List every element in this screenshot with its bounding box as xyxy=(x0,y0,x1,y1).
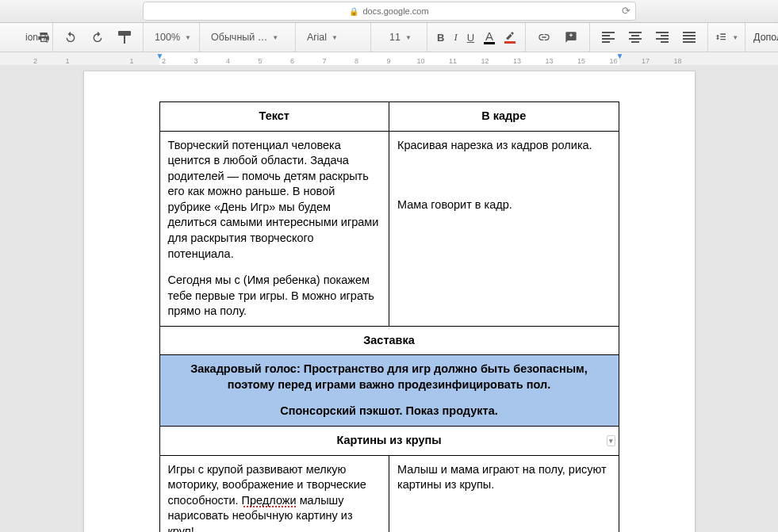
sponsor-cell[interactable]: Закадровый голос: Пространство для игр д… xyxy=(159,355,619,427)
font-size-value: 11 xyxy=(389,32,400,43)
col-header-text: Текст xyxy=(159,102,389,132)
ruler-tick: 2 xyxy=(33,57,37,65)
redo-button[interactable] xyxy=(84,26,111,48)
paragraph[interactable]: Сегодня мы с (Имя ребенка) покажем тебе … xyxy=(168,273,381,320)
highlight-color-button[interactable] xyxy=(500,26,520,48)
chevron-down-icon: ▼ xyxy=(272,34,278,41)
ruler-tick: 15 xyxy=(577,57,585,65)
table-row[interactable]: Игры с крупой развивают мелкую моторику,… xyxy=(159,455,619,532)
chevron-down-icon: ▼ xyxy=(185,34,191,41)
align-center-icon xyxy=(629,32,642,43)
ruler-tick: 2 xyxy=(162,57,166,65)
browser-address-bar-area: 🔒 docs.google.com ⟳ xyxy=(0,0,778,23)
ruler-tick: 8 xyxy=(355,57,358,65)
font-size-dropdown[interactable]: 11 ▼ xyxy=(376,26,422,48)
ruler-tick: 11 xyxy=(449,57,457,65)
ruler-tick: 5 xyxy=(258,57,262,65)
ruler-tick: 18 xyxy=(673,57,681,65)
section-header-row[interactable]: Картины из крупы ▾ xyxy=(159,427,619,456)
redo-icon xyxy=(91,31,104,44)
align-justify-button[interactable] xyxy=(676,26,703,48)
font-family-dropdown[interactable]: Arial ▼ xyxy=(301,26,366,48)
ruler-tick: 13 xyxy=(545,57,553,65)
toolbar-more-button[interactable]: Дополнительно xyxy=(745,23,778,52)
bold-button[interactable]: B xyxy=(432,26,449,48)
sponsor-voiceover[interactable]: Закадровый голос: Пространство для игр д… xyxy=(190,362,588,391)
align-justify-icon xyxy=(683,32,696,43)
align-left-icon xyxy=(602,32,615,43)
ruler-tick: 17 xyxy=(642,57,650,65)
script-table[interactable]: Текст В кадре Творческий потенциал челов… xyxy=(159,101,619,532)
line-spacing-button[interactable]: ▼ xyxy=(713,26,740,48)
zoom-value: 100% xyxy=(155,32,180,43)
ruler-tick: 3 xyxy=(194,57,197,65)
italic-button[interactable]: I xyxy=(449,26,462,48)
font-family-value: Arial xyxy=(307,32,327,43)
page: Текст В кадре Творческий потенциал челов… xyxy=(84,71,695,532)
reload-icon[interactable]: ⟳ xyxy=(622,5,630,17)
table-row[interactable]: Творческий потенциал человека ценится в … xyxy=(159,131,619,326)
paragraph[interactable]: Малыш и мама играют на полу, рисуют карт… xyxy=(397,462,611,493)
lock-icon: 🔒 xyxy=(349,7,358,16)
paragraph-style-dropdown[interactable]: Обычный … ▼ xyxy=(205,26,290,48)
document-canvas: Текст В кадре Творческий потенциал челов… xyxy=(0,65,778,532)
ruler-tick: 6 xyxy=(290,57,294,65)
ruler-tick: 10 xyxy=(416,57,424,65)
section-header-row[interactable]: Заставка xyxy=(159,326,619,355)
chevron-down-icon: ▼ xyxy=(732,34,738,41)
clipped-fragment: ion+/) xyxy=(25,23,53,52)
cell-frame[interactable]: Малыш и мама играют на полу, рисуют карт… xyxy=(389,455,619,532)
chevron-down-icon: ▼ xyxy=(332,34,338,41)
section-header-cell[interactable]: Картины из крупы ▾ xyxy=(159,427,619,456)
table-header-row: Текст В кадре xyxy=(159,102,619,132)
browser-url: docs.google.com xyxy=(362,6,428,16)
paragraph[interactable]: Игры с крупой развивают мелкую моторику,… xyxy=(168,462,381,532)
line-spacing-icon xyxy=(715,31,727,44)
paint-format-button[interactable] xyxy=(111,26,138,48)
section-header-cell[interactable]: Заставка xyxy=(159,326,619,355)
ruler-tick: 9 xyxy=(386,57,390,65)
paragraph[interactable]: Красивая нарезка из кадров ролика. xyxy=(397,138,611,154)
text-color-icon: A xyxy=(484,30,495,44)
add-comment-button[interactable] xyxy=(558,26,584,48)
align-left-button[interactable] xyxy=(595,26,622,48)
ruler-tick: 1 xyxy=(65,57,69,65)
insert-link-button[interactable] xyxy=(531,26,558,48)
docs-toolbar: ion+/) 100% ▼ Обычный … xyxy=(0,23,778,52)
undo-button[interactable] xyxy=(57,26,84,48)
zoom-dropdown[interactable]: 100% ▼ xyxy=(148,26,194,48)
paragraph[interactable]: Творческий потенциал человека ценится в … xyxy=(168,138,381,262)
ruler-tick: 12 xyxy=(481,57,489,65)
text-color-button[interactable]: A xyxy=(479,26,500,48)
sponsor-row[interactable]: Закадровый голос: Пространство для игр д… xyxy=(159,355,619,427)
ruler-tick: 13 xyxy=(513,57,521,65)
paragraph-style-value: Обычный … xyxy=(211,32,267,43)
ruler-tick: 1 xyxy=(129,57,133,65)
spellcheck-word[interactable]: Предложи xyxy=(242,494,297,507)
col-header-frame: В кадре xyxy=(389,102,619,132)
cell-text[interactable]: Игры с крупой развивают мелкую моторику,… xyxy=(159,455,389,532)
row-options-handle[interactable]: ▾ xyxy=(607,435,615,446)
align-center-button[interactable] xyxy=(622,26,649,48)
cell-frame[interactable]: Красивая нарезка из кадров ролика. Мама … xyxy=(389,131,619,326)
paragraph[interactable]: Мама говорит в кадр. xyxy=(397,197,611,213)
align-right-icon xyxy=(656,32,669,43)
cell-text[interactable]: Творческий потенциал человека ценится в … xyxy=(159,131,389,326)
link-icon xyxy=(538,31,550,44)
ruler-tick: 4 xyxy=(226,57,230,65)
browser-omnibox[interactable]: 🔒 docs.google.com ⟳ xyxy=(143,2,636,21)
align-right-button[interactable] xyxy=(649,26,676,48)
highlight-icon xyxy=(504,31,515,44)
paint-roller-icon xyxy=(118,31,131,44)
chevron-down-icon: ▼ xyxy=(405,34,412,41)
comment-icon xyxy=(565,31,577,44)
sponsor-packshot[interactable]: Спонсорский пэкшот. Показ продукта. xyxy=(168,404,611,419)
underline-button[interactable]: U xyxy=(462,26,479,48)
undo-icon xyxy=(64,31,77,44)
ruler-tick: 16 xyxy=(609,57,617,65)
ruler-tick: 7 xyxy=(322,57,326,65)
